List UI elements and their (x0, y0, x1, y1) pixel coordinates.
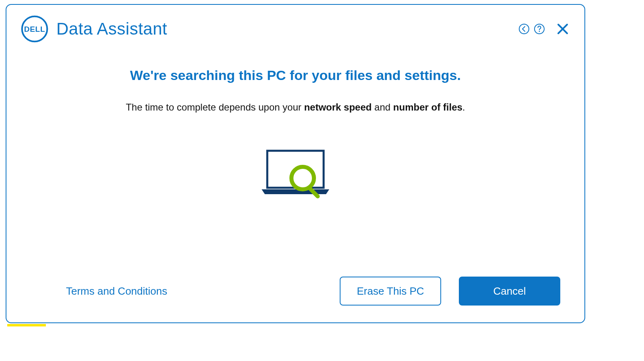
chevron-left-circle-icon (518, 23, 530, 35)
titlebar-actions (518, 22, 570, 36)
page-headline: We're searching this PC for your files a… (6, 68, 584, 83)
laptop-search-icon (259, 149, 332, 201)
main-content: We're searching this PC for your files a… (6, 45, 584, 203)
svg-point-5 (291, 167, 314, 189)
svg-point-1 (519, 24, 529, 34)
brand-block: DELL Data Assistant (21, 15, 167, 43)
subtext-bold2: number of files (393, 102, 462, 113)
app-title: Data Assistant (56, 19, 167, 39)
help-button[interactable] (533, 23, 546, 35)
cancel-button[interactable]: Cancel (459, 277, 560, 306)
close-icon (557, 23, 569, 35)
help-circle-icon (534, 23, 545, 35)
app-window: DELL Data Assistant (6, 4, 585, 323)
subtext-bold1: network speed (304, 102, 372, 113)
subtext-suffix: . (462, 102, 465, 113)
close-button[interactable] (555, 22, 570, 36)
dell-logo-icon: DELL (21, 15, 48, 43)
back-button[interactable] (518, 23, 530, 35)
footer: Terms and Conditions Erase This PC Cance… (6, 277, 584, 306)
dell-logo-text: DELL (24, 25, 45, 33)
svg-point-3 (539, 31, 540, 32)
erase-pc-button[interactable]: Erase This PC (340, 277, 441, 306)
terms-link[interactable]: Terms and Conditions (66, 285, 167, 297)
subtext-mid: and (372, 102, 393, 113)
highlight-mark (7, 324, 46, 326)
titlebar: DELL Data Assistant (6, 5, 584, 45)
page-subtext: The time to complete depends upon your n… (6, 102, 584, 113)
subtext-prefix: The time to complete depends upon your (126, 102, 304, 113)
